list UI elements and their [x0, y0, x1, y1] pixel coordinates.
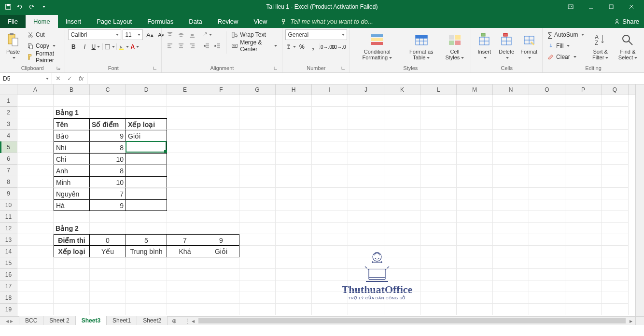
share-button[interactable]: Share [609, 15, 644, 28]
cell-L10[interactable] [420, 199, 457, 211]
cell-K19[interactable] [384, 304, 420, 315]
row-header-15[interactable]: 15 [0, 257, 17, 269]
cell-N12[interactable] [493, 223, 529, 234]
align-right-icon[interactable] [187, 41, 197, 51]
tab-page-layout[interactable]: Page Layout [89, 15, 140, 28]
cell-N2[interactable] [493, 107, 529, 118]
cell-D7[interactable] [126, 165, 167, 176]
cell-K9[interactable] [384, 188, 420, 199]
sheet-tab-sheet3[interactable]: Sheet3 [76, 316, 107, 325]
cell-E16[interactable] [167, 269, 203, 280]
cell-N9[interactable] [493, 188, 529, 199]
cell-N13[interactable] [493, 234, 529, 246]
cell-D12[interactable] [126, 223, 167, 234]
cell-A5[interactable] [17, 141, 54, 153]
hscroll-right-icon[interactable]: ▸ [627, 317, 635, 325]
cell-D2[interactable] [126, 107, 167, 118]
cell-F19[interactable] [203, 304, 239, 315]
delete-cells-button[interactable]: Delete [496, 29, 517, 63]
cell-P17[interactable] [565, 280, 602, 292]
cell-B7[interactable]: Anh [54, 165, 90, 176]
cell-Q7[interactable] [602, 165, 629, 176]
cell-G11[interactable] [239, 211, 276, 223]
cell-J3[interactable] [348, 118, 384, 130]
cell-F1[interactable] [203, 95, 239, 107]
cell-K18[interactable] [384, 292, 420, 304]
row-header-10[interactable]: 10 [0, 199, 17, 211]
cell-M3[interactable] [457, 118, 493, 130]
cell-M2[interactable] [457, 107, 493, 118]
cell-I18[interactable] [312, 292, 348, 304]
cell-O3[interactable] [529, 118, 565, 130]
cell-P15[interactable] [565, 257, 602, 269]
cell-L4[interactable] [420, 130, 457, 141]
cell-H3[interactable] [276, 118, 312, 130]
cell-F10[interactable] [203, 199, 239, 211]
tab-file[interactable]: File [0, 15, 26, 28]
cell-D8[interactable] [126, 176, 167, 188]
cell-M4[interactable] [457, 130, 493, 141]
cell-A6[interactable] [17, 153, 54, 165]
cell-E19[interactable] [167, 304, 203, 315]
cell-C3[interactable]: Số điểm [90, 118, 126, 130]
column-header-L[interactable]: L [420, 84, 457, 95]
cell-J17[interactable] [348, 280, 384, 292]
cell-E8[interactable] [167, 176, 203, 188]
font-size-combo[interactable]: 11 [123, 29, 143, 40]
format-as-table-button[interactable]: Format as Table [403, 29, 439, 63]
cell-F16[interactable] [203, 269, 239, 280]
cell-Q14[interactable] [602, 246, 629, 257]
cell-I14[interactable] [312, 246, 348, 257]
cell-F5[interactable] [203, 141, 239, 153]
border-button[interactable] [104, 42, 115, 52]
font-launcher-icon[interactable] [153, 66, 157, 70]
cell-G16[interactable] [239, 269, 276, 280]
cell-C9[interactable]: 7 [90, 188, 126, 199]
cell-C8[interactable]: 10 [90, 176, 126, 188]
comma-format-icon[interactable]: , [308, 42, 318, 52]
cell-C14[interactable]: Yếu [90, 246, 126, 257]
column-header-E[interactable]: E [167, 84, 203, 95]
cell-H17[interactable] [276, 280, 312, 292]
cell-Q15[interactable] [602, 257, 629, 269]
cell-H6[interactable] [276, 153, 312, 165]
cell-G15[interactable] [239, 257, 276, 269]
undo-icon[interactable] [14, 1, 25, 12]
hscroll-thumb[interactable] [198, 318, 626, 323]
save-icon[interactable] [3, 1, 14, 12]
cell-J7[interactable] [348, 165, 384, 176]
formula-input[interactable] [87, 73, 644, 84]
cell-J5[interactable] [348, 141, 384, 153]
cell-I9[interactable] [312, 188, 348, 199]
cell-O7[interactable] [529, 165, 565, 176]
cell-M9[interactable] [457, 188, 493, 199]
row-header-8[interactable]: 8 [0, 176, 17, 188]
cell-Q10[interactable] [602, 199, 629, 211]
cell-I3[interactable] [312, 118, 348, 130]
font-name-combo[interactable]: Calibri [68, 29, 121, 40]
cell-J11[interactable] [348, 211, 384, 223]
clipboard-launcher-icon[interactable] [56, 66, 61, 70]
cell-K5[interactable] [384, 141, 420, 153]
cell-G10[interactable] [239, 199, 276, 211]
cell-Q18[interactable] [602, 292, 629, 304]
cell-D1[interactable] [126, 95, 167, 107]
cell-C10[interactable]: 9 [90, 199, 126, 211]
cell-P19[interactable] [565, 304, 602, 315]
cell-N5[interactable] [493, 141, 529, 153]
fx-icon[interactable]: fx [75, 75, 87, 82]
fill-color-button[interactable] [118, 42, 129, 52]
cell-J18[interactable] [348, 292, 384, 304]
underline-button[interactable]: U [90, 42, 101, 52]
cell-K4[interactable] [384, 130, 420, 141]
cell-F7[interactable] [203, 165, 239, 176]
cell-Q12[interactable] [602, 223, 629, 234]
cell-J4[interactable] [348, 130, 384, 141]
cell-K8[interactable] [384, 176, 420, 188]
cell-M18[interactable] [457, 292, 493, 304]
cell-M6[interactable] [457, 153, 493, 165]
cell-C17[interactable] [90, 280, 126, 292]
cell-F3[interactable] [203, 118, 239, 130]
cell-D6[interactable] [126, 153, 167, 165]
cell-C19[interactable] [90, 304, 126, 315]
